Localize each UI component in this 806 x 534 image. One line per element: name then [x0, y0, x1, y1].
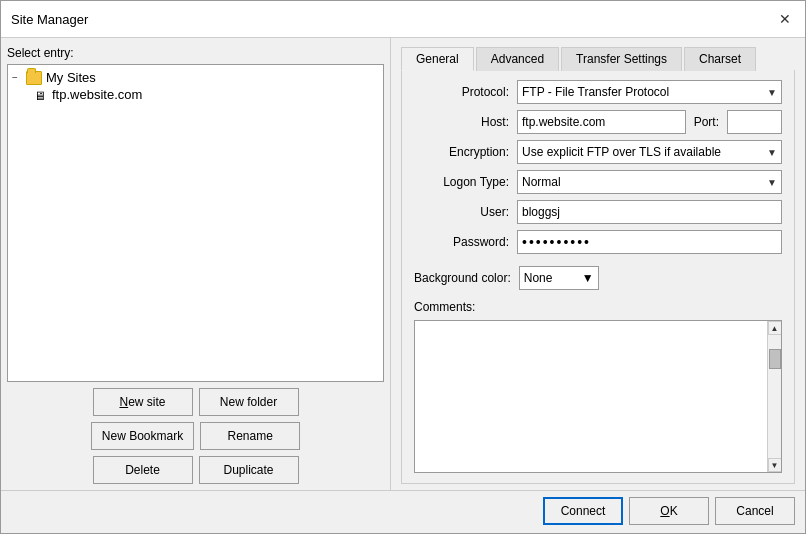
port-label: Port: [694, 115, 719, 129]
password-input-container[interactable]: •••••••••• [517, 230, 782, 254]
protocol-select[interactable]: FTP - File Transfer Protocol ▼ [517, 80, 782, 104]
protocol-label: Protocol: [414, 85, 509, 99]
bg-color-label: Background color: [414, 271, 511, 285]
user-row: User: [414, 200, 782, 224]
host-input[interactable] [517, 110, 686, 134]
encryption-label: Encryption: [414, 145, 509, 159]
child-label: ftp.website.com [52, 87, 142, 102]
new-folder-button[interactable]: New folder [199, 388, 299, 416]
left-panel: Select entry: − My Sites ftp.website.com… [1, 38, 391, 490]
bg-color-select[interactable]: None ▼ [519, 266, 599, 290]
comments-scrollbar[interactable]: ▲ ▼ [767, 321, 781, 472]
host-row: Host: Port: [414, 110, 782, 134]
scroll-thumb[interactable] [769, 349, 781, 369]
tab-general[interactable]: General [401, 47, 474, 71]
rename-button[interactable]: Rename [200, 422, 300, 450]
logon-type-value: Normal [522, 175, 561, 189]
select-entry-label: Select entry: [7, 46, 384, 60]
host-label: Host: [414, 115, 509, 129]
encryption-select[interactable]: Use explicit FTP over TLS if available ▼ [517, 140, 782, 164]
bg-color-row: Background color: None ▼ [414, 266, 782, 290]
password-dots: •••••••••• [522, 234, 591, 250]
scroll-up-icon[interactable]: ▲ [768, 321, 782, 335]
logon-type-select[interactable]: Normal ▼ [517, 170, 782, 194]
password-row: Password: •••••••••• [414, 230, 782, 254]
right-panel: General Advanced Transfer Settings Chars… [391, 38, 805, 490]
bg-color-arrow-icon: ▼ [582, 271, 594, 285]
scroll-down-icon[interactable]: ▼ [768, 458, 782, 472]
root-label: My Sites [46, 70, 96, 85]
protocol-row: Protocol: FTP - File Transfer Protocol ▼ [414, 80, 782, 104]
encryption-arrow-icon: ▼ [767, 147, 777, 158]
user-label: User: [414, 205, 509, 219]
dialog-title: Site Manager [11, 12, 88, 27]
user-input-container[interactable] [517, 200, 782, 224]
encryption-row: Encryption: Use explicit FTP over TLS if… [414, 140, 782, 164]
ok-button[interactable]: OK [629, 497, 709, 525]
port-input[interactable] [727, 110, 782, 134]
delete-button[interactable]: Delete [93, 456, 193, 484]
collapse-icon[interactable]: − [12, 72, 22, 83]
duplicate-button[interactable]: Duplicate [199, 456, 299, 484]
logon-type-row: Logon Type: Normal ▼ [414, 170, 782, 194]
tab-general-content: Protocol: FTP - File Transfer Protocol ▼… [401, 70, 795, 484]
bottom-bar: Connect OK Cancel [1, 490, 805, 533]
encryption-value: Use explicit FTP over TLS if available [522, 145, 721, 159]
comments-area[interactable]: ▲ ▼ [414, 320, 782, 473]
cancel-button[interactable]: Cancel [715, 497, 795, 525]
site-manager-dialog: Site Manager ✕ Select entry: − My Sites … [0, 0, 806, 534]
site-icon [34, 88, 48, 102]
connect-button[interactable]: Connect [543, 497, 623, 525]
tab-charset[interactable]: Charset [684, 47, 756, 71]
comments-label: Comments: [414, 300, 782, 314]
tree-child-item[interactable]: ftp.website.com [34, 86, 379, 103]
button-row-1: New site New folder [7, 388, 384, 416]
password-label: Password: [414, 235, 509, 249]
new-bookmark-button[interactable]: New Bookmark [91, 422, 194, 450]
title-bar: Site Manager ✕ [1, 1, 805, 38]
bg-color-value: None [524, 271, 553, 285]
tab-advanced[interactable]: Advanced [476, 47, 559, 71]
protocol-arrow-icon: ▼ [767, 87, 777, 98]
main-content: Select entry: − My Sites ftp.website.com… [1, 38, 805, 490]
protocol-value: FTP - File Transfer Protocol [522, 85, 669, 99]
user-input[interactable] [518, 201, 781, 223]
button-row-2: New Bookmark Rename [7, 422, 384, 450]
tree-root-item[interactable]: − My Sites [12, 69, 379, 86]
tabs: General Advanced Transfer Settings Chars… [401, 46, 795, 71]
folder-icon [26, 71, 42, 85]
tree-area[interactable]: − My Sites ftp.website.com [7, 64, 384, 382]
close-button[interactable]: ✕ [775, 9, 795, 29]
logon-type-label: Logon Type: [414, 175, 509, 189]
logon-type-arrow-icon: ▼ [767, 177, 777, 188]
tab-transfer-settings[interactable]: Transfer Settings [561, 47, 682, 71]
button-row-3: Delete Duplicate [7, 456, 384, 484]
new-site-button[interactable]: New site [93, 388, 193, 416]
